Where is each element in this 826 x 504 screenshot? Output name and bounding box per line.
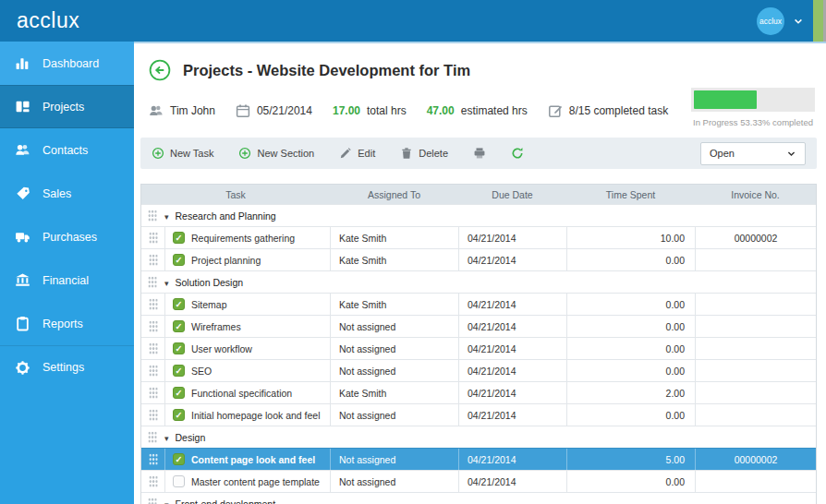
invoice-no-cell: [695, 404, 816, 426]
task-checkbox[interactable]: [173, 320, 185, 332]
drag-handle-icon[interactable]: [149, 320, 158, 332]
back-button[interactable]: [149, 59, 171, 81]
assigned-to-cell: Not assigned: [330, 449, 458, 470]
invoice-no-cell: [695, 294, 816, 315]
user-menu[interactable]: acclux: [757, 7, 804, 35]
task-checkbox[interactable]: [173, 254, 185, 266]
task-row[interactable]: Requirements gathering Kate Smith 04/21/…: [141, 226, 816, 248]
sidebar-item-sales[interactable]: Sales: [0, 172, 134, 215]
app-logo: acclux: [17, 8, 79, 33]
print-button[interactable]: [473, 147, 486, 160]
new-task-button[interactable]: New Task: [152, 147, 213, 160]
drag-handle-icon[interactable]: [148, 276, 157, 288]
back-arrow-icon: [149, 59, 171, 81]
task-checkbox[interactable]: [173, 409, 185, 421]
due-date-cell: 04/21/2014: [458, 382, 566, 403]
task-name: Content page look and feel: [191, 454, 315, 465]
collapse-caret-icon[interactable]: [164, 210, 169, 222]
task-row[interactable]: Sitemap Kate Smith 04/21/2014 0.00: [141, 293, 816, 315]
sidebar-item-financial[interactable]: Financial: [0, 258, 134, 302]
new-section-button[interactable]: New Section: [238, 147, 314, 160]
edit-button[interactable]: Edit: [339, 147, 375, 160]
time-spent-cell: 0.00: [566, 338, 695, 359]
section-row[interactable]: Front-end development: [141, 492, 816, 504]
task-checkbox[interactable]: [173, 298, 185, 310]
sidebar-item-reports[interactable]: Reports: [0, 302, 134, 345]
task-checkbox[interactable]: [173, 453, 185, 465]
invoice-no-cell: [695, 316, 816, 337]
section-row[interactable]: Research and Planning: [141, 204, 816, 226]
section-row[interactable]: Solution Design: [141, 270, 816, 293]
sidebar-item-dashboard[interactable]: Dashboard: [0, 42, 134, 85]
section-name: Front-end development: [176, 498, 276, 504]
total-hours-label: total hrs: [367, 104, 407, 117]
task-row[interactable]: Content page look and feel Not assigned …: [141, 448, 816, 470]
progress-label: In Progress 53.33% completed: [691, 117, 815, 127]
plus-circle-icon: [152, 147, 164, 160]
drag-handle-icon[interactable]: [149, 298, 158, 310]
task-row[interactable]: Initial homepage look and feel Not assig…: [141, 403, 816, 426]
drag-handle-icon[interactable]: [149, 365, 158, 377]
assigned-to-cell: Kate Smith: [330, 382, 458, 403]
status-filter-select[interactable]: Open: [700, 142, 806, 165]
column-header-assigned-to: Assigned To: [330, 189, 458, 200]
task-checkbox[interactable]: [173, 342, 185, 354]
drag-handle-icon[interactable]: [149, 453, 158, 465]
task-name: Requirements gathering: [191, 233, 295, 244]
drag-handle-icon[interactable]: [149, 254, 158, 266]
task-row[interactable]: Project planning Kate Smith 04/21/2014 0…: [141, 248, 816, 270]
sidebar-item-projects[interactable]: Projects: [0, 85, 134, 128]
time-spent-cell: 0.00: [566, 294, 695, 315]
task-table: Task Assigned To Due Date Time Spent Inv…: [140, 184, 817, 504]
avatar[interactable]: acclux: [757, 7, 784, 35]
drag-handle-icon[interactable]: [149, 475, 158, 487]
task-checkbox[interactable]: [173, 387, 185, 399]
dashboard-icon: [15, 55, 30, 71]
collapse-caret-icon[interactable]: [164, 277, 169, 288]
task-row[interactable]: User workflow Not assigned 04/21/2014 0.…: [141, 337, 816, 359]
assigned-to-cell: Not assigned: [330, 404, 458, 426]
drag-handle-icon[interactable]: [149, 232, 158, 244]
app-window: acclux acclux Dashboard Projects Contact…: [0, 0, 826, 504]
invoice-no-cell: [695, 471, 816, 492]
time-spent-cell: 2.00: [566, 382, 695, 403]
delete-button[interactable]: Delete: [400, 147, 448, 160]
drag-handle-icon[interactable]: [149, 409, 158, 421]
sidebar-item-purchases[interactable]: Purchases: [0, 215, 134, 258]
task-row[interactable]: Master content page template Not assigne…: [141, 470, 816, 492]
owner-name: Tim John: [170, 104, 215, 117]
drag-handle-icon[interactable]: [148, 210, 157, 222]
task-name: User workflow: [191, 343, 252, 354]
chevron-down-icon[interactable]: [793, 16, 804, 27]
refresh-button[interactable]: [511, 147, 524, 160]
drag-handle-icon[interactable]: [148, 498, 157, 504]
due-date-cell: 04/21/2014: [458, 316, 566, 337]
table-header: Task Assigned To Due Date Time Spent Inv…: [141, 185, 816, 204]
drag-handle-icon[interactable]: [149, 387, 158, 399]
collapse-caret-icon[interactable]: [164, 498, 169, 504]
estimated-hours-label: estimated hrs: [461, 104, 528, 117]
drag-handle-icon[interactable]: [148, 431, 157, 443]
drag-handle-icon[interactable]: [149, 342, 158, 354]
task-row[interactable]: SEO Not assigned 04/21/2014 0.00: [141, 359, 816, 381]
task-checkbox[interactable]: [173, 232, 185, 244]
sidebar-item-contacts[interactable]: Contacts: [0, 128, 134, 172]
due-date-cell: 04/21/2014: [458, 360, 566, 381]
topbar: acclux acclux: [0, 0, 826, 42]
task-checkbox[interactable]: [173, 475, 185, 487]
sales-icon: [15, 186, 30, 201]
task-row[interactable]: Wireframes Not assigned 04/21/2014 0.00: [141, 315, 816, 337]
scrollbar-strip[interactable]: [813, 0, 826, 42]
task-row[interactable]: Functional specification Kate Smith 04/2…: [141, 381, 816, 403]
date-value: 05/21/2014: [257, 104, 312, 117]
task-name: Master content page template: [191, 476, 320, 487]
sidebar-item-settings[interactable]: Settings: [0, 345, 134, 389]
section-row[interactable]: Design: [141, 426, 816, 448]
task-checkbox[interactable]: [173, 365, 185, 377]
invoice-no-cell: [695, 249, 816, 270]
assigned-to-cell: Kate Smith: [330, 227, 458, 248]
task-name: Sitemap: [191, 299, 227, 310]
time-spent-cell: 0.00: [566, 316, 695, 337]
estimated-hours-value: 47.00: [427, 104, 455, 117]
collapse-caret-icon[interactable]: [164, 432, 169, 443]
